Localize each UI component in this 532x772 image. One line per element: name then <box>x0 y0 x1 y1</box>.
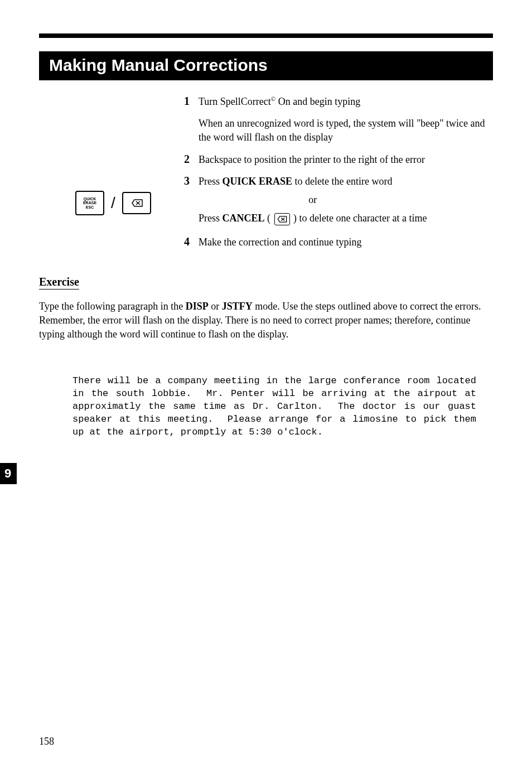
step-text: Press <box>199 213 223 224</box>
section-title: Making Manual Corrections <box>49 56 268 74</box>
step-subtext: When an unrecognized word is typed, the … <box>199 117 493 144</box>
step-text: ) to delete one character at a time <box>291 213 427 224</box>
slash-separator: / <box>111 194 115 212</box>
step-number: 2 <box>184 153 199 167</box>
exercise-section: Exercise Type the following paragraph in… <box>39 276 493 439</box>
or-separator: or <box>199 193 427 207</box>
step-4: 4 Make the correction and continue typin… <box>184 235 493 249</box>
step-text: Turn SpellCorrect <box>199 96 271 107</box>
step-number: 3 <box>184 175 199 226</box>
step-body: Make the correction and continue typing <box>199 235 361 249</box>
registered-mark: © <box>271 95 275 102</box>
step-number: 4 <box>184 235 199 249</box>
step-text: ( <box>265 213 273 224</box>
exercise-typed-paragraph: There will be a company meetiing in the … <box>72 375 476 439</box>
exercise-text: Type the following paragraph in the <box>39 301 186 312</box>
exercise-text-bold: JSTFY <box>222 301 253 312</box>
step-number: 1 <box>184 95 199 145</box>
chapter-tab: 9 <box>0 463 17 484</box>
key-line: QUICK <box>84 197 96 201</box>
cancel-key-inline-icon <box>274 213 290 225</box>
exercise-text: or <box>209 301 222 312</box>
step-body: Backspace to position the printer to the… <box>199 153 425 167</box>
step-text-bold: CANCEL <box>223 213 265 224</box>
key-line: ERASE <box>83 201 96 205</box>
quick-erase-key-icon: QUICK ERASE ESC <box>75 191 104 215</box>
step-1: 1 Turn SpellCorrect© On and begin typing… <box>184 95 493 145</box>
chapter-number: 9 <box>4 466 11 480</box>
step-text: On and begin typing <box>275 96 360 107</box>
exercise-heading: Exercise <box>39 276 79 290</box>
section-title-bar: Making Manual Corrections <box>39 51 493 80</box>
page-number: 158 <box>39 736 54 747</box>
exercise-intro: Type the following paragraph in the DISP… <box>39 300 493 342</box>
step-3: 3 Press QUICK ERASE to delete the entire… <box>184 175 493 226</box>
step-body: Press QUICK ERASE to delete the entire w… <box>199 175 427 226</box>
content-area: QUICK ERASE ESC / 1 Turn SpellCorrect© O… <box>39 95 493 439</box>
steps-list: 1 Turn SpellCorrect© On and begin typing… <box>184 95 493 250</box>
backspace-x-icon <box>132 199 142 207</box>
key-line: ESC <box>86 205 94 209</box>
top-rule <box>39 33 493 38</box>
step-alt-line: Press CANCEL ( ) to delete one character… <box>199 211 427 225</box>
step-text: to delete the entire word <box>292 176 392 187</box>
key-illustration: QUICK ERASE ESC / <box>75 191 151 215</box>
step-2: 2 Backspace to position the printer to t… <box>184 153 493 167</box>
step-body: Turn SpellCorrect© On and begin typing W… <box>199 95 493 145</box>
exercise-text-bold: DISP <box>186 301 209 312</box>
step-text-bold: QUICK ERASE <box>223 176 293 187</box>
cancel-key-icon <box>122 192 151 214</box>
step-text: Press <box>199 176 223 187</box>
